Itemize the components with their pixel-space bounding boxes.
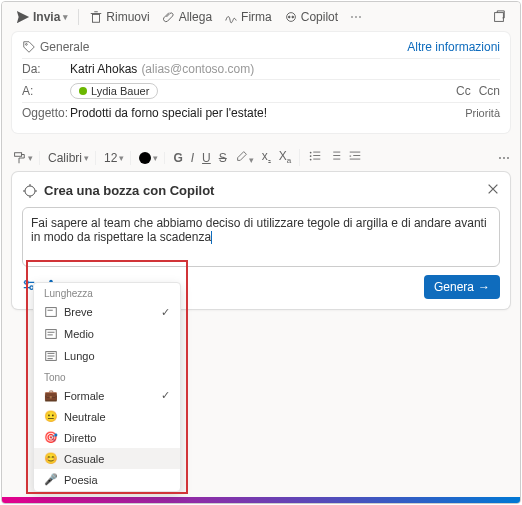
from-row: Da: Katri Ahokas (alias@contoso.com) <box>12 59 510 79</box>
length-option-lungo[interactable]: Lungo <box>34 345 180 367</box>
format-painter-button[interactable]: ▾ <box>12 151 40 165</box>
remove-label: Rimuovi <box>106 10 149 24</box>
remove-button[interactable]: Rimuovi <box>85 8 153 26</box>
length-long-icon <box>44 349 58 363</box>
more-button[interactable]: ⋯ <box>346 8 366 26</box>
svg-rect-13 <box>333 152 340 153</box>
svg-point-19 <box>25 186 35 196</box>
svg-point-11 <box>310 159 312 161</box>
copilot-icon <box>284 10 298 24</box>
copilot-close-button[interactable] <box>486 182 500 199</box>
copilot-prompt-text: Fai sapere al team che abbiamo deciso di… <box>31 216 487 244</box>
send-button[interactable]: Invia ▾ <box>12 8 72 26</box>
svg-rect-10 <box>313 155 320 156</box>
close-icon <box>486 182 500 196</box>
subject-label: Oggetto: <box>22 106 70 120</box>
bcc-button[interactable]: Ccn <box>479 84 500 98</box>
copilot-label: Copilot <box>301 10 338 24</box>
svg-rect-6 <box>15 152 22 156</box>
font-size-select[interactable]: 12 ▾ <box>104 151 131 165</box>
bold-button[interactable]: G <box>173 151 182 165</box>
attach-button[interactable]: Allega <box>158 8 216 26</box>
sign-button[interactable]: Firma <box>220 8 276 26</box>
svg-rect-12 <box>313 159 320 160</box>
signature-icon <box>224 10 238 24</box>
more-info-link[interactable]: Altre informazioni <box>407 40 500 54</box>
tone-option-neutrale[interactable]: 😐 Neutrale <box>34 406 180 427</box>
generate-label: Genera <box>434 280 474 294</box>
tone-option-casuale[interactable]: 😊 Casuale <box>34 448 180 469</box>
italic-button[interactable]: I <box>191 151 194 165</box>
arrow-right-icon: → <box>478 280 490 294</box>
length-header: Lunghezza <box>34 283 180 301</box>
from-name[interactable]: Katri Ahokas <box>70 62 137 76</box>
recipient-pill[interactable]: Lydia Bauer <box>70 83 158 99</box>
highlight-icon <box>235 149 249 163</box>
format-more-button[interactable]: ⋯ <box>498 151 510 165</box>
svg-rect-18 <box>350 159 361 160</box>
to-label: A: <box>22 84 70 98</box>
bullets-icon <box>308 149 322 163</box>
outdent-button[interactable] <box>348 149 362 166</box>
font-select[interactable]: Calibri ▾ <box>48 151 96 165</box>
tone-option-diretto[interactable]: 🎯 Diretto <box>34 427 180 448</box>
subject-row: Oggetto: Prodotti da forno speciali per … <box>12 103 510 123</box>
strikethrough-button[interactable]: S <box>219 151 227 165</box>
from-alias: (alias@contoso.com) <box>141 62 254 76</box>
trash-icon <box>89 10 103 24</box>
tag-icon <box>22 40 36 54</box>
length-option-medio[interactable]: Medio <box>34 323 180 345</box>
bullets-button[interactable] <box>308 149 322 166</box>
svg-point-3 <box>292 16 294 18</box>
svg-rect-14 <box>333 155 340 156</box>
recipient-name: Lydia Bauer <box>91 85 149 97</box>
length-short-icon <box>44 305 58 319</box>
underline-button[interactable]: U <box>202 151 211 165</box>
font-color-button[interactable]: ▾ <box>139 152 165 164</box>
paperclip-icon <box>162 10 176 24</box>
svg-rect-4 <box>495 13 504 22</box>
length-option-breve[interactable]: Breve ✓ <box>34 301 180 323</box>
numbering-button[interactable] <box>328 149 342 166</box>
copilot-toolbar-button[interactable]: Copilot <box>280 8 342 26</box>
subject-input[interactable]: Prodotti da forno speciali per l'estate! <box>70 106 267 120</box>
smile-icon: 😊 <box>44 452 58 465</box>
attach-label: Allega <box>179 10 212 24</box>
svg-rect-16 <box>350 152 361 153</box>
formatting-toolbar: ▾ Calibri ▾ 12 ▾ ▾ G I U S ▾ x₂ Xa ⋯ <box>2 143 520 172</box>
copilot-prompt-input[interactable]: Fai sapere al team che abbiamo deciso di… <box>22 207 500 267</box>
clear-format-button[interactable]: Xa <box>279 149 291 165</box>
tone-header: Tono <box>34 367 180 385</box>
svg-point-2 <box>288 16 290 18</box>
svg-rect-17 <box>353 155 360 156</box>
tone-option-poesia[interactable]: 🎤 Poesia <box>34 469 180 490</box>
check-icon: ✓ <box>161 389 170 402</box>
subscript-button[interactable]: x₂ <box>262 149 271 165</box>
from-label: Da: <box>22 62 70 76</box>
highlight-button[interactable]: ▾ <box>235 149 254 166</box>
accent-bar <box>2 497 520 503</box>
popout-icon <box>492 10 506 24</box>
send-label: Invia <box>33 10 60 24</box>
tone-option-formale[interactable]: 💼 Formale ✓ <box>34 385 180 406</box>
svg-rect-15 <box>333 159 340 160</box>
category-label[interactable]: Generale <box>40 40 89 54</box>
svg-point-7 <box>310 152 312 154</box>
target-icon: 🎯 <box>44 431 58 444</box>
svg-point-5 <box>26 44 28 46</box>
cc-button[interactable]: Cc <box>456 84 471 98</box>
paint-icon <box>12 151 26 165</box>
svg-rect-0 <box>93 14 100 22</box>
priority-button[interactable]: Priorità <box>465 107 500 119</box>
svg-rect-24 <box>46 330 57 339</box>
svg-rect-8 <box>313 152 320 153</box>
svg-point-9 <box>310 155 312 157</box>
copilot-title: Crea una bozza con Copilot <box>44 183 214 198</box>
generate-button[interactable]: Genera → <box>424 275 500 299</box>
mic-emoji-icon: 🎤 <box>44 473 58 486</box>
compose-toolbar: Invia ▾ Rimuovi Allega Firma Copilot ⋯ <box>2 2 520 32</box>
popout-button[interactable] <box>488 8 510 26</box>
send-icon <box>16 10 30 24</box>
category-row: Generale Altre informazioni <box>12 36 510 58</box>
length-medium-icon <box>44 327 58 341</box>
